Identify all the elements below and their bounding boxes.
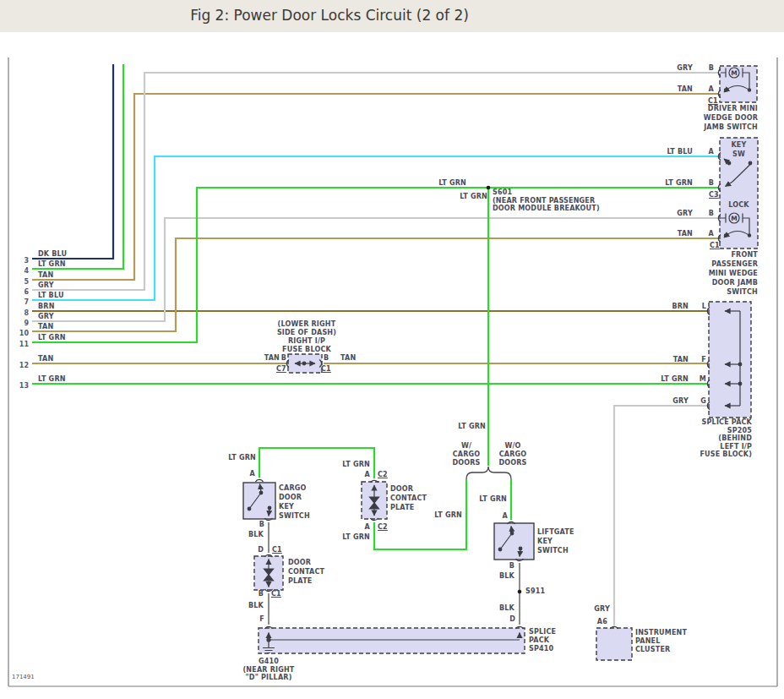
pin-label: F: [701, 355, 706, 364]
pin-label: A6: [597, 617, 607, 626]
wire-label: LT GRN: [460, 192, 487, 201]
splice-s601-dot: [487, 186, 491, 190]
wire-label: LT BLU: [667, 147, 693, 156]
pin-number: 12: [19, 362, 29, 369]
pin-number: 5: [24, 278, 29, 286]
pin-label: F: [259, 614, 264, 624]
wire-label: BLK: [499, 571, 514, 581]
pin-label: A: [503, 511, 508, 521]
wire-label: LT GRN: [342, 532, 370, 542]
wire-label: LT GRN: [665, 178, 693, 188]
wire-label: TAN: [340, 353, 356, 363]
liftgate-key-switch-box: [494, 523, 534, 560]
pin-label: B: [259, 520, 264, 529]
wiring-diagram-page: Fig 2: Power Door Locks Circuit (2 of 2): [0, 0, 784, 699]
component-label: KEY SW: [720, 140, 758, 159]
lock-motor-letter: M: [731, 215, 737, 222]
pin-number: 8: [24, 309, 29, 317]
pin-number: 3: [24, 257, 29, 265]
pin-number: 9: [24, 319, 29, 327]
wire-label: TAN: [264, 353, 280, 363]
pin-number: 11: [19, 341, 29, 348]
wire-label: LT GRN: [438, 178, 466, 188]
wire-label: BRN: [38, 302, 55, 311]
pin-label: B: [509, 561, 514, 571]
wire-label: LT GRN: [228, 453, 256, 462]
driver-motor-letter: M: [731, 69, 737, 77]
component-label: FRONT PASSENGER MINI WEDGE DOOR JAMB SWI…: [709, 250, 758, 297]
component-label: DOOR CONTACT PLATE: [288, 558, 324, 586]
pin-label: B: [259, 589, 264, 598]
pin-label: A: [709, 147, 714, 156]
wire-label: TAN: [678, 85, 693, 94]
wire-ltgrn-pin4: [32, 64, 123, 269]
pin-label: A: [365, 470, 370, 479]
wire-label: TAN: [38, 322, 53, 331]
pin-label: D: [509, 614, 515, 624]
connector-label: C2: [378, 470, 388, 479]
pin-number: 7: [24, 298, 29, 306]
wire-label: TAN: [38, 354, 53, 363]
wire-label: TAN: [38, 270, 53, 280]
pin-label: D: [258, 545, 264, 554]
pin-label: B: [281, 353, 286, 363]
component-label: INSTRUMENT PANEL CLUSTER: [635, 629, 687, 654]
ground-label: G410 (NEAR RIGHT "D" PILLAR): [226, 658, 311, 682]
connector-label: C2: [378, 522, 388, 532]
wire-dkblu-pin3: [32, 64, 113, 259]
splice-label: S601 (NEAR FRONT PASSENGER DOOR MODULE B…: [493, 188, 600, 213]
wire-label: GRY: [594, 604, 610, 614]
wire-label: LT GRN: [38, 374, 66, 384]
component-label: LOCK: [720, 200, 758, 210]
wire-label: GRY: [672, 396, 689, 406]
wire-label: LT GRN: [38, 333, 66, 342]
pin-label: B: [709, 63, 714, 73]
component-label: DOOR CONTACT PLATE: [390, 484, 427, 512]
wire-label: LT GRN: [434, 511, 462, 520]
wire-label: GRY: [677, 63, 693, 73]
component-label: (LOWER RIGHT SIDE OF DASH) RIGHT I/P FUS…: [255, 320, 358, 354]
component-label: SPLICE PACK SP205 (BEHIND LEFT I/P FUSE …: [700, 418, 752, 459]
pin-label: M: [700, 374, 706, 384]
instrument-cluster-box: [596, 628, 632, 660]
pin-number: 6: [24, 288, 29, 296]
wire-label: LT GRN: [342, 460, 370, 469]
wire-label: TAN: [673, 355, 689, 364]
component-label: CARGO DOOR KEY SWITCH: [279, 483, 310, 521]
sp410-splice-pack-box: [259, 628, 525, 653]
wire-label: BRN: [672, 302, 689, 311]
wire-label: LT GRN: [38, 259, 66, 269]
pin-number: 4: [24, 267, 29, 275]
option-label: W/O CARGO DOORS: [492, 442, 534, 467]
option-label: W/ CARGO DOORS: [445, 442, 487, 467]
wire-label: LT BLU: [38, 291, 64, 300]
pin-label: A: [709, 85, 714, 94]
pin-number: 10: [19, 330, 29, 337]
pin-label: L: [702, 302, 706, 311]
wire-label: GRY: [677, 209, 693, 218]
wire-label: GRY: [38, 312, 54, 321]
sp205-splice-pack-box: [709, 302, 751, 418]
component-label: LIFTGATE KEY SWITCH: [537, 527, 574, 555]
wire-label: BLK: [248, 530, 264, 539]
branch-brace: [466, 467, 511, 479]
connector-label: C1: [321, 364, 331, 374]
wires: [32, 64, 718, 625]
pin-label: B: [709, 178, 714, 188]
component-label: SPLICE PACK SP410: [529, 628, 556, 653]
connector-label: C3: [709, 190, 719, 199]
wire-label: LT GRN: [661, 374, 689, 384]
wire-label: GRY: [38, 281, 54, 290]
component-label: DRIVER MINI WEDGE DOOR JAMB SWITCH: [704, 104, 758, 132]
pin-label: B: [324, 353, 329, 363]
connector-label: C7: [276, 364, 286, 374]
connector-label: C1: [272, 545, 282, 554]
wire-label: BLK: [248, 601, 264, 610]
splice-label: S911: [525, 587, 545, 596]
splice-s911-dot: [518, 590, 522, 594]
wiring-diagram-canvas: M M: [0, 0, 784, 699]
pin-label: A: [365, 522, 370, 532]
wire-label: LT GRN: [458, 422, 486, 431]
wire-gry-sp205-g-cluster: [614, 406, 707, 625]
figure-code: 171491: [12, 674, 35, 680]
